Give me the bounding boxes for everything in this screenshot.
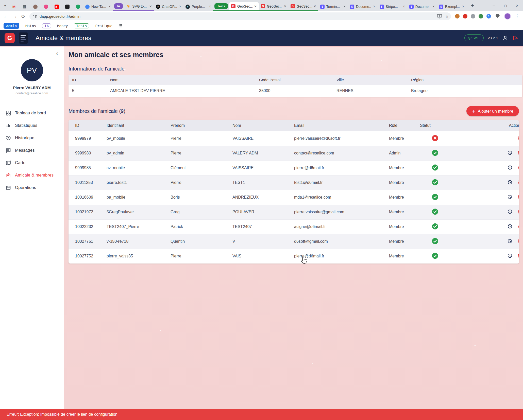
sidebar-item-dashboard[interactable]: Tableau de bord [0, 107, 64, 119]
delete-member-button[interactable] [517, 194, 519, 201]
pinned-tab[interactable] [62, 2, 73, 11]
sidebar-item-messages[interactable]: Messages [0, 144, 64, 156]
info-table-header-row: IDNomCode PostalVilleRégion [69, 75, 522, 85]
tab-group-chip[interactable]: IA [114, 3, 123, 9]
ext-blue-icon[interactable]: 1 [486, 14, 491, 19]
delete-member-button[interactable] [517, 253, 519, 259]
reload-icon[interactable]: ⟳ [21, 14, 25, 19]
delete-member-button[interactable] [517, 224, 519, 230]
browser-tab[interactable]: ✳SVG to...✕ [124, 2, 154, 11]
browser-tab[interactable]: STermin...✕ [318, 2, 348, 11]
restore-member-button[interactable] [507, 194, 513, 201]
restore-member-button[interactable] [507, 238, 513, 245]
bookmark-money[interactable]: Money [57, 24, 68, 28]
restore-member-button[interactable] [507, 179, 513, 186]
puzzle-extensions-icon[interactable] [495, 14, 500, 19]
address-bar[interactable]: dapp.geosector.fr/admin ☆ [29, 12, 451, 20]
back-icon[interactable]: ← [4, 14, 8, 19]
tab-close-icon[interactable]: ✕ [462, 5, 465, 8]
restore-member-button[interactable] [507, 223, 513, 230]
forward-icon[interactable]: → [12, 14, 17, 19]
pinned-tab[interactable]: M [9, 2, 19, 11]
browser-profile-avatar[interactable] [504, 13, 511, 20]
new-tab-button[interactable]: + [469, 2, 476, 9]
omnibox-right-icons: ☆ [437, 14, 449, 19]
delete-member-button[interactable] [517, 209, 519, 215]
geosector-logo[interactable]: G [5, 33, 15, 43]
tab-close-icon[interactable]: ✕ [179, 5, 181, 8]
browser-tab[interactable]: SExempl...✕ [437, 2, 467, 11]
tab-close-icon[interactable]: ✕ [403, 5, 405, 8]
bookmark-pratique[interactable]: Pratique [95, 24, 112, 28]
pinned-tab[interactable] [30, 2, 41, 11]
site-settings-icon[interactable] [33, 14, 37, 18]
sidebar-collapse-icon[interactable]: ‹ [56, 50, 58, 57]
url-text[interactable]: dapp.geosector.fr/admin [40, 14, 434, 19]
window-minimize-button[interactable]: ─ [488, 0, 500, 11]
window-close-button[interactable]: ✕ [511, 0, 523, 11]
browser-tab[interactable]: SStripe...✕ [378, 2, 407, 11]
tab-search-chevron-icon[interactable]: ▾ [3, 4, 8, 8]
ext-orange-icon[interactable] [455, 14, 460, 19]
delete-member-button[interactable] [517, 150, 519, 156]
tab-close-icon[interactable]: ✕ [314, 5, 316, 8]
member-prenom: Clément [171, 161, 232, 175]
user-account-icon[interactable] [502, 35, 508, 41]
browser-tab[interactable]: SDocume...✕ [348, 2, 378, 11]
pinned-tab[interactable] [41, 2, 51, 11]
browser-menu-icon[interactable]: ⋮ [515, 13, 519, 19]
restore-member-button[interactable] [507, 209, 513, 216]
pinned-tab[interactable]: ▶ [51, 2, 62, 11]
delete-member-button[interactable] [517, 180, 519, 186]
tab-close-icon[interactable]: ✕ [254, 5, 257, 8]
member-row: 10027751v-350-re718QuentinVd6soft@gmail.… [69, 234, 519, 249]
browser-tab[interactable]: GGeoSec...✕ [289, 2, 318, 11]
ext-shield-red-icon[interactable] [463, 14, 467, 19]
bookmark-tests[interactable]: Tests [74, 23, 89, 28]
delete-member-button[interactable] [517, 135, 519, 142]
bookmark-admin[interactable]: Admin [4, 23, 19, 29]
ext-gray-icon[interactable] [471, 14, 475, 19]
browser-tab[interactable]: SDocume...✕ [407, 2, 437, 11]
install-app-icon[interactable] [437, 14, 442, 19]
bookmark-ia[interactable]: IA [42, 23, 51, 28]
restore-member-button[interactable] [507, 150, 513, 157]
logout-icon[interactable] [512, 35, 518, 41]
member-prenom: Boris [171, 190, 232, 205]
info-col-header: Code Postal [259, 75, 336, 85]
tab-close-icon[interactable]: ✕ [284, 5, 286, 8]
sidebar-item-map[interactable]: Carte [0, 156, 64, 169]
tab-close-icon[interactable]: ✕ [108, 5, 111, 8]
tab-close-icon[interactable]: ✕ [432, 5, 435, 8]
restore-member-button[interactable] [507, 165, 513, 171]
tab-close-icon[interactable]: ✕ [149, 5, 152, 8]
browser-tab[interactable]: GGeoSec...✕ [229, 2, 259, 11]
restore-member-button[interactable] [507, 253, 513, 260]
members-col-header: Rôle [389, 120, 420, 131]
bookmark-star-icon[interactable]: ☆ [445, 14, 449, 19]
browser-tab[interactable]: ✳ChatGP...✕ [154, 2, 183, 11]
tab-group-chip[interactable]: Tests [214, 3, 228, 9]
browser-tab[interactable]: New Ta...✕ [83, 2, 113, 11]
sidebar-item-stats[interactable]: Statistiques [0, 119, 64, 132]
browser-tab[interactable]: ✦Perple...✕ [183, 2, 213, 11]
tab-close-icon[interactable]: ✕ [343, 5, 346, 8]
add-member-button[interactable]: + Ajouter un membre [466, 106, 519, 116]
sidebar-item-history[interactable]: Historique [0, 132, 64, 144]
status-active-icon [432, 149, 438, 157]
member-identifiant: pv_mobile [107, 131, 171, 146]
window-maximize-button[interactable]: ▢ [500, 0, 511, 11]
ext-green-icon[interactable] [479, 14, 483, 19]
tab-close-icon[interactable]: ✕ [209, 5, 211, 8]
pinned-tab[interactable] [73, 2, 83, 11]
member-email: d6soft@gmail.com [294, 234, 389, 249]
browser-tab[interactable]: GGeoSec...✕ [259, 2, 289, 11]
tab-close-icon[interactable]: ✕ [373, 5, 376, 8]
delete-member-button[interactable] [517, 165, 519, 171]
sidebar-item-members[interactable]: Amicale & membres [0, 169, 64, 181]
sidebar-item-operations[interactable]: Opérations [0, 181, 64, 194]
bookmark-matos[interactable]: Matos [25, 24, 36, 28]
pinned-tab[interactable]: ▦ [19, 2, 30, 11]
delete-member-button[interactable] [517, 238, 519, 245]
bookmarks-apps-grid-icon[interactable] [119, 24, 122, 28]
